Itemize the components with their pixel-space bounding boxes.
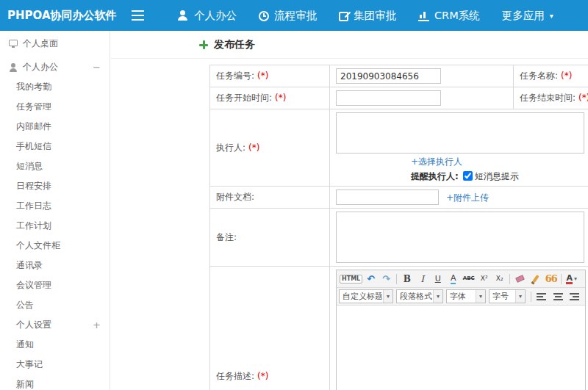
chevron-down-icon: ▾ (515, 290, 525, 303)
remark-label: 备注: (216, 232, 237, 242)
nav-item-personal-office[interactable]: 个人办公 (166, 0, 248, 31)
font-size-select[interactable]: 字号▾ (489, 289, 526, 303)
font-family-select-label: 字体 (447, 291, 466, 302)
superscript-button[interactable]: X² (477, 272, 491, 286)
remark-row: 备注: (210, 209, 588, 267)
font-color-button[interactable]: A▾ (564, 272, 578, 286)
start-time-label-cell: 任务开始时间:(*) (210, 87, 330, 109)
sidebar-item-task-management[interactable]: 任务管理 (0, 97, 110, 117)
attachment-label-cell: 附件文档: (210, 187, 330, 209)
align-right-button[interactable] (567, 289, 581, 303)
blockquote-button-glyph: 66 (545, 274, 557, 284)
sidebar-item-my-attendance[interactable]: 我的考勤 (0, 77, 110, 97)
sidebar-item-label: 手机短信 (16, 140, 51, 153)
sidebar-item-schedule[interactable]: 日程安排 (0, 176, 110, 196)
align-center-button[interactable] (551, 289, 565, 303)
nav-item-workflow-approval[interactable]: 流程审批 (248, 0, 328, 31)
user-icon (177, 10, 189, 21)
editor-content-area[interactable] (337, 306, 585, 390)
nav-item-label: 集团审批 (354, 9, 396, 23)
sidebar-item-label: 工作计划 (16, 220, 51, 232)
start-time-input[interactable] (336, 90, 441, 106)
collapse-icon[interactable]: − (93, 62, 101, 73)
task-number-row: 任务编号:(*) 任务名称:(*) (210, 65, 588, 87)
sidebar-item-meeting-management[interactable]: 会议管理 (0, 275, 110, 295)
user-icon (9, 63, 18, 72)
attachment-input[interactable] (336, 189, 439, 205)
editor-toolbar-row2: 自定义标题▾段落格式▾字体▾字号▾ (337, 288, 585, 306)
undo-button[interactable]: ↶ (364, 272, 378, 286)
sidebar-item-work-plan[interactable]: 工作计划 (0, 216, 110, 236)
sidebar-item-announcement[interactable]: 公告 (0, 295, 110, 315)
strikethrough-button-glyph: ABC (463, 276, 475, 281)
top-nav: 个人办公流程审批集团审批CRM系统更多应用▾ (166, 0, 564, 31)
sidebar-item-mobile-sms[interactable]: 手机短信 (0, 137, 110, 156)
remove-format-button[interactable] (513, 272, 527, 286)
sidebar-item-label: 日程安排 (16, 180, 51, 192)
font-family-select[interactable]: 字体▾ (446, 289, 486, 303)
choose-executor-link[interactable]: +选择执行人 (411, 156, 462, 167)
source-code-button[interactable]: HTML (340, 272, 362, 286)
italic-button[interactable]: I (415, 272, 429, 286)
subscript-button[interactable]: X₂ (492, 272, 506, 286)
sidebar-item-contacts[interactable]: 通讯录 (0, 256, 110, 275)
sidebar-item-label: 个人文件柜 (16, 239, 60, 252)
sms-remind-checkbox[interactable] (463, 171, 473, 181)
end-time-label-cell: 任务结束时间:(*) (514, 87, 588, 109)
sidebar-item-notice[interactable]: 通知 (0, 335, 110, 355)
task-number-input[interactable] (336, 68, 441, 84)
sidebar-item-personal-desktop[interactable]: 个人桌面 (0, 34, 110, 54)
nav-item-more-apps[interactable]: 更多应用▾ (491, 0, 564, 31)
publish-task-form: 任务编号:(*) 任务名称:(*) 任务开始时间:(*) (209, 65, 588, 390)
underline-button[interactable]: U (431, 272, 445, 286)
italic-button-glyph: I (420, 275, 424, 284)
menu-toggle-icon[interactable] (131, 10, 146, 21)
blockquote-button[interactable]: 66 (544, 272, 558, 286)
sidebar-item-internal-mail[interactable]: 内部邮件 (0, 117, 110, 137)
executor-extra: +选择执行人 提醒执行人:短消息提示 (411, 156, 588, 183)
remark-textarea[interactable] (336, 212, 584, 263)
chevron-down-icon: ▾ (476, 290, 485, 303)
sidebar-menu: 个人桌面个人办公−我的考勤任务管理内部邮件手机短信短消息日程安排工作日志工作计划… (0, 31, 110, 390)
sidebar-item-personal-file-cabinet[interactable]: 个人文件柜 (0, 236, 110, 256)
bold-button[interactable]: B (400, 272, 414, 286)
undo-button-glyph: ↶ (367, 274, 375, 284)
format-painter-button[interactable] (528, 272, 542, 286)
task-name-label-cell: 任务名称:(*) (514, 65, 588, 87)
required-mark: (*) (275, 93, 286, 103)
required-mark: (*) (257, 371, 268, 381)
sidebar-item-news[interactable]: 新闻 (0, 375, 110, 390)
superscript-button-glyph: X² (481, 275, 488, 282)
brush-icon (532, 275, 539, 283)
sidebar-item-label: 个人办公 (23, 61, 58, 73)
toolbar-separator (509, 274, 510, 284)
sidebar-item-memorabilia[interactable]: 大事记 (0, 355, 110, 375)
strikethrough-button[interactable]: ABC (462, 272, 476, 286)
task-name-label: 任务名称: (520, 71, 558, 81)
custom-heading-select-label: 自定义标题 (340, 291, 383, 302)
sidebar-item-short-message[interactable]: 短消息 (0, 156, 110, 176)
redo-button[interactable]: ↷ (379, 272, 393, 286)
source-code-button-glyph: HTML (340, 275, 362, 284)
sidebar-item-personal-office[interactable]: 个人办公− (0, 57, 110, 77)
sidebar-item-label: 大事记 (16, 358, 43, 371)
sidebar-item-work-log[interactable]: 工作日志 (0, 196, 110, 216)
redo-button-glyph: ↷ (382, 274, 390, 284)
executor-textarea[interactable] (336, 112, 584, 154)
font-size-select-label: 字号 (490, 291, 509, 302)
font-style-button[interactable]: A (446, 272, 460, 286)
attachment-upload-link[interactable]: +附件上传 (446, 192, 489, 203)
add-task-icon (199, 40, 208, 49)
remind-line: 提醒执行人:短消息提示 (411, 170, 588, 183)
expand-icon[interactable]: + (93, 319, 101, 331)
sidebar-item-personal-settings[interactable]: 个人设置+ (0, 315, 110, 335)
sidebar-item-label: 内部邮件 (16, 120, 51, 133)
sidebar-item-label: 会议管理 (16, 279, 51, 292)
toolbar-separator (561, 274, 562, 284)
nav-item-group-approval[interactable]: 集团审批 (328, 0, 407, 31)
remark-label-cell: 备注: (210, 209, 330, 267)
align-left-button[interactable] (534, 289, 549, 303)
custom-heading-select[interactable]: 自定义标题▾ (339, 289, 393, 303)
paragraph-format-select[interactable]: 段落格式▾ (396, 289, 443, 303)
nav-item-crm-system[interactable]: CRM系统 (407, 0, 491, 31)
